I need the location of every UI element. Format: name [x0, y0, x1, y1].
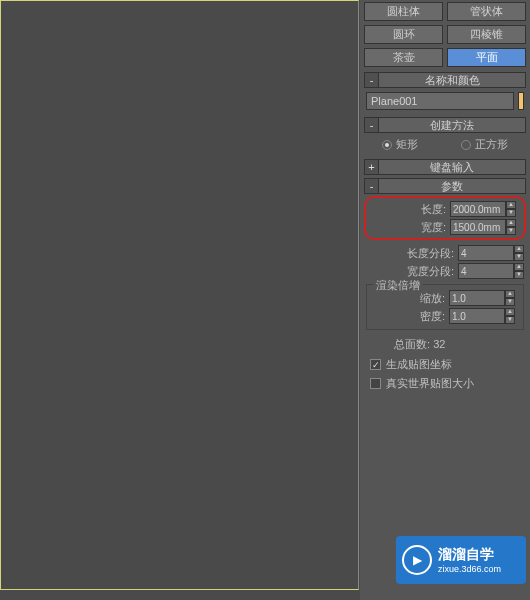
- radio-icon: [461, 140, 471, 150]
- primitive-torus-button[interactable]: 圆环: [364, 25, 443, 44]
- length-row: 长度: ▲ ▼: [366, 200, 522, 218]
- creation-rect-label: 矩形: [396, 137, 418, 152]
- rollout-keyboard-title: 键盘输入: [379, 160, 525, 175]
- primitive-row-1: 圆柱体 管状体: [360, 0, 530, 23]
- watermark-text: 溜溜自学 zixue.3d66.com: [438, 546, 501, 574]
- spinner-up-icon[interactable]: ▲: [506, 219, 516, 227]
- length-label: 长度:: [421, 202, 448, 217]
- creation-square-radio[interactable]: 正方形: [461, 137, 508, 152]
- width-row: 宽度: ▲ ▼: [366, 218, 522, 236]
- rollout-params-header[interactable]: - 参数: [364, 178, 526, 194]
- rollout-keyboard-header[interactable]: + 键盘输入: [364, 159, 526, 175]
- creation-method-radios: 矩形 正方形: [360, 133, 530, 156]
- primitive-teapot-button[interactable]: 茶壶: [364, 48, 443, 67]
- length-spinner: ▲ ▼: [450, 201, 516, 217]
- width-segs-spinner: ▲ ▼: [458, 263, 524, 279]
- length-segs-input[interactable]: [458, 245, 514, 261]
- density-input[interactable]: [449, 308, 505, 324]
- real-world-label: 真实世界贴图大小: [386, 376, 474, 391]
- spinner-down-icon[interactable]: ▼: [505, 298, 515, 306]
- total-faces-value: 32: [433, 338, 445, 350]
- spinner-down-icon[interactable]: ▼: [514, 253, 524, 261]
- density-row: 密度: ▲ ▼: [367, 307, 521, 325]
- total-faces-row: 总面数: 32: [360, 334, 530, 355]
- spinner-down-icon[interactable]: ▼: [506, 209, 516, 217]
- scale-label: 缩放:: [420, 291, 447, 306]
- name-row: [360, 88, 530, 114]
- width-spinner: ▲ ▼: [450, 219, 516, 235]
- scale-spinner: ▲ ▼: [449, 290, 515, 306]
- viewport[interactable]: [0, 0, 359, 590]
- rollout-creation-header[interactable]: - 创建方法: [364, 117, 526, 133]
- length-input[interactable]: [450, 201, 506, 217]
- primitive-pyramid-button[interactable]: 四棱锥: [447, 25, 526, 44]
- scale-input[interactable]: [449, 290, 505, 306]
- rollout-toggle-icon[interactable]: -: [365, 73, 379, 87]
- render-multiplier-legend: 渲染倍增: [373, 278, 423, 293]
- width-input[interactable]: [450, 219, 506, 235]
- width-segs-label: 宽度分段:: [407, 264, 456, 279]
- primitive-row-3: 茶壶 平面: [360, 46, 530, 69]
- generate-mapping-label: 生成贴图坐标: [386, 357, 452, 372]
- spinner-down-icon[interactable]: ▼: [506, 227, 516, 235]
- spinner-up-icon[interactable]: ▲: [514, 263, 524, 271]
- creation-rect-radio[interactable]: 矩形: [382, 137, 418, 152]
- render-multiplier-fieldset: 渲染倍增 缩放: ▲ ▼ 密度: ▲ ▼: [366, 284, 524, 330]
- length-segs-spinner: ▲ ▼: [458, 245, 524, 261]
- play-icon: ▶: [402, 545, 432, 575]
- rollout-name-color-title: 名称和颜色: [379, 73, 525, 88]
- spinner-up-icon[interactable]: ▲: [505, 290, 515, 298]
- length-segs-row: 长度分段: ▲ ▼: [360, 244, 530, 262]
- rollout-name-color-header[interactable]: - 名称和颜色: [364, 72, 526, 88]
- radio-checked-icon: [382, 140, 392, 150]
- width-segs-input[interactable]: [458, 263, 514, 279]
- real-world-row[interactable]: 真实世界贴图大小: [360, 374, 530, 393]
- spinner-up-icon[interactable]: ▲: [514, 245, 524, 253]
- spinner-up-icon[interactable]: ▲: [505, 308, 515, 316]
- spinner-up-icon[interactable]: ▲: [506, 201, 516, 209]
- density-label: 密度:: [420, 309, 447, 324]
- generate-mapping-row[interactable]: ✓ 生成贴图坐标: [360, 355, 530, 374]
- primitive-plane-button[interactable]: 平面: [447, 48, 526, 67]
- highlighted-params: 长度: ▲ ▼ 宽度: ▲ ▼: [364, 196, 526, 240]
- primitive-tube-button[interactable]: 管状体: [447, 2, 526, 21]
- creation-square-label: 正方形: [475, 137, 508, 152]
- rollout-toggle-icon[interactable]: -: [365, 118, 379, 132]
- watermark-brand: 溜溜自学: [438, 546, 501, 564]
- primitive-row-2: 圆环 四棱锥: [360, 23, 530, 46]
- object-name-input[interactable]: [366, 92, 514, 110]
- rollout-toggle-icon[interactable]: -: [365, 179, 379, 193]
- spinner-down-icon[interactable]: ▼: [514, 271, 524, 279]
- length-segs-label: 长度分段:: [407, 246, 456, 261]
- density-spinner: ▲ ▼: [449, 308, 515, 324]
- watermark-url: zixue.3d66.com: [438, 564, 501, 574]
- width-label: 宽度:: [421, 220, 448, 235]
- primitive-cylinder-button[interactable]: 圆柱体: [364, 2, 443, 21]
- rollout-creation-title: 创建方法: [379, 118, 525, 133]
- checkbox-icon: [370, 378, 381, 389]
- total-faces-label: 总面数:: [394, 338, 430, 350]
- checkbox-checked-icon: ✓: [370, 359, 381, 370]
- spinner-down-icon[interactable]: ▼: [505, 316, 515, 324]
- rollout-toggle-icon[interactable]: +: [365, 160, 379, 174]
- rollout-params-title: 参数: [379, 179, 525, 194]
- command-panel: 圆柱体 管状体 圆环 四棱锥 茶壶 平面 - 名称和颜色 - 创建方法 矩形 正…: [360, 0, 530, 600]
- object-color-swatch[interactable]: [518, 92, 524, 110]
- watermark: ▶ 溜溜自学 zixue.3d66.com: [396, 536, 526, 584]
